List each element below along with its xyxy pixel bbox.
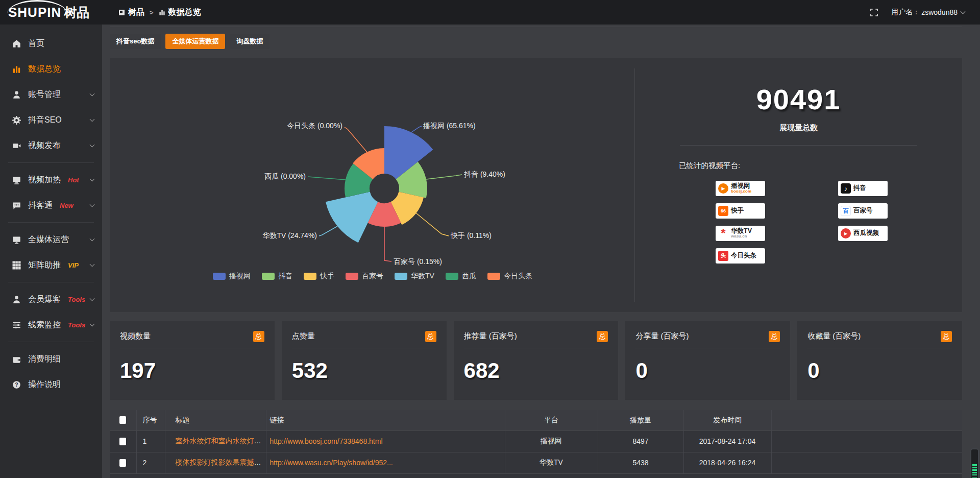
logo[interactable]: SHUPIN 树品: [0, 4, 102, 21]
sidebar-badge-VIP: VIP: [68, 261, 79, 269]
chevron-down-icon: [90, 261, 95, 267]
pie-slice-华数TV[interactable]: [326, 192, 378, 243]
slice-label: 快手 (0.11%): [450, 231, 492, 240]
stat-card-label: 收藏量 (百家号): [807, 331, 861, 341]
label-leader-line: [319, 226, 337, 236]
bar-chart-icon: [159, 9, 165, 16]
column-header-链接: 链接: [266, 410, 505, 431]
stat-card-收藏量 (百家号): 收藏量 (百家号)总0: [797, 321, 962, 400]
cell-empty: [771, 452, 962, 473]
summary-section: 90491 展现量总数 已统计的视频平台: ▶播视网boosj.com66快手*…: [634, 68, 962, 302]
sidebar-item-数据总览[interactable]: 数据总览: [0, 56, 102, 82]
video-title-link[interactable]: 室外水纹灯和室内水纹灯的区别和简介: [176, 437, 266, 445]
sidebar-item-label: 数据总览: [28, 64, 61, 75]
row-checkbox[interactable]: [119, 459, 126, 467]
stat-card-推荐量 (百家号): 推荐量 (百家号)总682: [454, 321, 619, 400]
video-url-link[interactable]: http://www.wasu.cn/Play/show/id/952...: [270, 459, 393, 467]
select-all-checkbox[interactable]: [119, 416, 126, 424]
sidebar-item-label: 矩阵助推: [28, 260, 61, 271]
header-divider: [110, 27, 962, 27]
chevron-down-icon: [90, 116, 95, 122]
column-header-平台: 平台: [505, 410, 598, 431]
douyin-logo-icon: ♪: [841, 183, 851, 194]
user-menu[interactable]: 用户名：zswodun88: [891, 8, 965, 17]
sidebar-item-消费明细[interactable]: 消费明细: [0, 346, 102, 372]
top-header: SHUPIN 树品 树品 > 数据总览 用户名：zswodun88: [0, 0, 980, 25]
stat-card-label: 点赞量: [292, 331, 315, 341]
legend-item-播视网[interactable]: 播视网: [213, 272, 251, 281]
sidebar-item-label: 会员爆客: [28, 294, 61, 305]
legend-item-百家号[interactable]: 百家号: [346, 272, 383, 281]
tab-全媒体运营数据[interactable]: 全媒体运营数据: [165, 34, 225, 49]
breadcrumb-root[interactable]: 树品: [128, 7, 144, 18]
cell-plays: 5438: [598, 452, 683, 473]
label-leader-line: [426, 175, 462, 179]
platform-badges: ▶播视网boosj.com66快手*华数TVwasu.cn头今日头条♪抖音百百家…: [716, 181, 962, 264]
label-leader-line: [308, 177, 346, 180]
videos-table-section: 序号标题链接平台播放量发布时间 1室外水纹灯和室内水纹灯的区别和简介http:/…: [110, 410, 962, 478]
gear-icon: [12, 116, 21, 125]
legend-item-西瓜[interactable]: 西瓜: [446, 272, 476, 281]
sidebar-item-抖音SEO[interactable]: 抖音SEO: [0, 107, 102, 133]
platform-badge-快手: 66快手: [716, 203, 765, 219]
breadcrumb-current[interactable]: 数据总览: [168, 7, 201, 18]
sidebar-item-label: 线索监控: [28, 320, 61, 330]
stat-card-分享量 (百家号): 分享量 (百家号)总0: [625, 321, 790, 400]
column-header-发布时间: 发布时间: [683, 410, 771, 431]
legend-swatch: [262, 273, 275, 280]
row-checkbox[interactable]: [119, 438, 126, 445]
corner-widget[interactable]: [970, 448, 979, 478]
total-impressions-label: 展现量总数: [635, 123, 962, 133]
sidebar-item-账号管理[interactable]: 账号管理: [0, 82, 102, 107]
sidebar-item-线索监控[interactable]: 线索监控Tools: [0, 312, 102, 338]
sidebar-item-首页[interactable]: 首页: [0, 31, 102, 56]
sidebar-item-label: 首页: [28, 38, 44, 49]
cell-published: 2017-08-24 17:04: [683, 431, 771, 452]
legend-item-今日头条[interactable]: 今日头条: [487, 272, 532, 281]
legend-item-快手[interactable]: 快手: [304, 272, 334, 281]
stat-card-label: 分享量 (百家号): [635, 331, 689, 341]
column-header-标题: 标题: [165, 410, 266, 431]
legend-swatch: [395, 273, 407, 280]
grid-icon: [12, 261, 21, 270]
sidebar-item-矩阵助推[interactable]: 矩阵助推VIP: [0, 252, 102, 278]
wasu-logo-icon: *: [718, 228, 728, 238]
sidebar-item-视频加热[interactable]: 视频加热Hot: [0, 167, 102, 193]
legend-item-抖音[interactable]: 抖音: [262, 272, 292, 281]
legend-item-华数TV[interactable]: 华数TV: [395, 272, 434, 281]
sidebar-item-label: 视频发布: [28, 140, 61, 151]
main-content: 抖音seo数据全媒体运营数据询盘数据 播视网 (65.61%)抖音 (9.40%…: [102, 0, 980, 478]
slice-label: 抖音 (9.40%): [464, 170, 505, 178]
corner-widget-bars: [972, 464, 977, 477]
sidebar-item-视频发布[interactable]: 视频发布: [0, 133, 102, 158]
table-row: 1室外水纹灯和室内水纹灯的区别和简介http://www.boosj.com/7…: [110, 431, 962, 452]
data-tabs: 抖音seo数据全媒体运营数据询盘数据: [110, 34, 962, 49]
sidebar-item-全媒体运营[interactable]: 全媒体运营: [0, 227, 102, 252]
sidebar-item-抖客通[interactable]: 抖客通New: [0, 193, 102, 218]
cell-platform: 华数TV: [505, 452, 598, 473]
svg-text:?: ?: [15, 382, 18, 388]
chevron-down-icon: [90, 202, 95, 207]
breadcrumb-separator: >: [150, 9, 154, 16]
sidebar-item-会员爆客[interactable]: 会员爆客Tools: [0, 286, 102, 312]
sidebar-item-label: 操作说明: [28, 379, 61, 390]
toutiao-logo-icon: 头: [718, 251, 728, 261]
label-leader-line: [416, 213, 449, 236]
sidebar-item-label: 视频加热: [28, 175, 61, 185]
sidebar-item-label: 账号管理: [28, 89, 61, 100]
stat-card-value: 532: [292, 358, 436, 383]
cell-index: 2: [136, 452, 165, 473]
tab-抖音seo数据[interactable]: 抖音seo数据: [110, 34, 161, 49]
chat-icon: [12, 201, 21, 210]
sidebar-item-操作说明[interactable]: ?操作说明: [0, 372, 102, 397]
home-icon: [12, 39, 21, 48]
tab-询盘数据[interactable]: 询盘数据: [230, 34, 270, 49]
boosj-logo-icon: ▶: [718, 183, 728, 194]
fullscreen-icon[interactable]: [870, 9, 878, 16]
platform-badge-百家号: 百百家号: [838, 203, 888, 219]
platform-badge-华数TV: *华数TVwasu.cn: [716, 226, 765, 241]
sidebar: 首页数据总览账号管理抖音SEO视频发布视频加热Hot抖客通New全媒体运营矩阵助…: [0, 25, 102, 478]
video-title-link[interactable]: 楼体投影灯投影效果震撼上市: [176, 458, 266, 466]
video-url-link[interactable]: http://www.boosj.com/7338468.html: [270, 437, 383, 445]
stat-cards: 视频数量总197点赞量总532推荐量 (百家号)总682分享量 (百家号)总0收…: [110, 321, 962, 400]
